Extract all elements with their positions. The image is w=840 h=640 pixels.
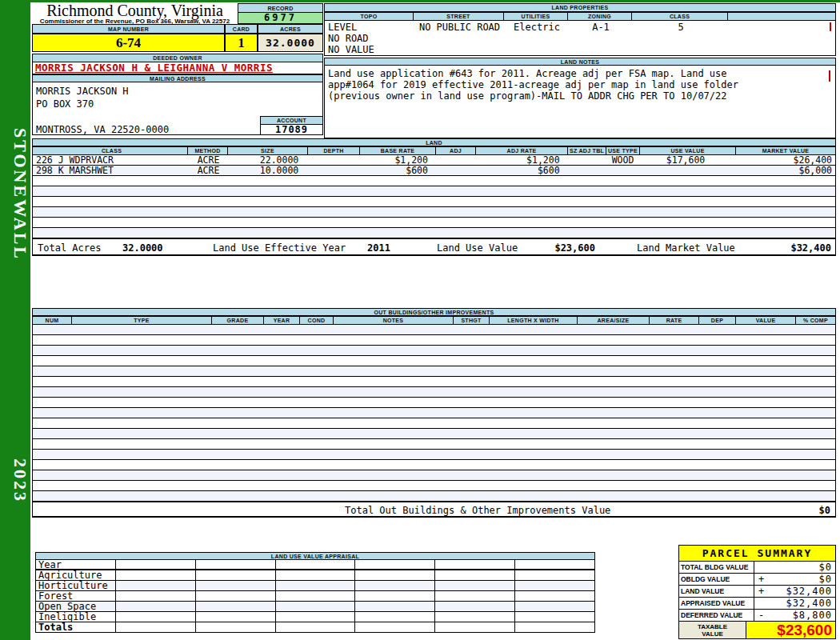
street-value: NO PUBLIC ROAD	[414, 22, 505, 33]
out-buildings-total-value: $0	[819, 505, 830, 516]
land-notes-line: Land use application #643 for 2011. Acre…	[328, 68, 832, 79]
taxable-value-label: TAXABLE VALUE	[679, 622, 746, 638]
land-notes-title: LAND NOTES	[324, 58, 836, 66]
class-value: 5	[633, 22, 729, 33]
taxable-value: $23,600	[746, 622, 835, 638]
land-section-title: LAND	[32, 138, 836, 146]
district-name: STONEWALL	[0, 128, 30, 261]
mailing-line: PO BOX 370	[36, 98, 322, 110]
account-number: 17089	[260, 125, 323, 135]
county-title: Richmond County, Virginia	[32, 2, 238, 18]
total-acres-label: Total Acres	[38, 242, 101, 254]
card-value: 1	[225, 34, 258, 52]
appraisal-row-horticulture: Horticulture	[36, 581, 595, 591]
appraisal-row-year: Year	[36, 560, 595, 570]
taxable-value-row: TAXABLE VALUE $23,600	[679, 622, 835, 638]
card-label: CARD	[225, 24, 258, 34]
appraisal-table: Year Agriculture Horticulture Forest Ope…	[35, 560, 595, 633]
out-buildings-total-label: Total Out Buildings & Other Improvements…	[345, 505, 610, 516]
summary-row-obldg: OBLDG VALUE + $0	[679, 574, 835, 586]
col-street: STREET	[414, 12, 504, 21]
land-row[interactable]: 298 K MARSHWET ACRE 10.0000 $600 $600 $6…	[33, 166, 835, 176]
scroll-tick	[829, 70, 830, 82]
total-acres-value: 32.0000	[122, 242, 163, 254]
summary-row-deferred: DEFERRED VALUE - $8,800	[679, 610, 835, 622]
out-buildings-empty-rows	[33, 325, 835, 502]
land-empty-rows	[33, 176, 835, 238]
land-properties-header-row: TOPO STREET UTILITIES ZONING CLASS	[324, 12, 836, 21]
record-number: 6977	[238, 13, 323, 24]
land-totals-row: Total Acres 32.0000 Land Use Effective Y…	[32, 238, 836, 256]
parcel-summary-title: PARCEL SUMMARY	[679, 546, 835, 562]
land-notes-line: app#1064 for 2019 effective 2011-acreage…	[328, 79, 832, 90]
land-table-body: 226 J WDPRVACR ACRE 22.0000 $1,200 $1,20…	[32, 155, 836, 238]
property-record-card: { "sidebar": { "district": "STONEWALL", …	[0, 0, 840, 640]
land-use-value: $23,600	[554, 242, 595, 254]
land-notes-box[interactable]: Land use application #643 for 2011. Acre…	[324, 66, 836, 138]
appraisal-title: LAND USE VALUE APPRAISAL	[35, 552, 595, 560]
district-sidebar	[0, 0, 30, 640]
effective-year-label: Land Use Effective Year	[213, 242, 346, 254]
topo-values: LEVEL NO ROAD NO VALUE	[328, 22, 374, 55]
appraisal-row-totals: Totals	[36, 622, 595, 633]
land-table-header: CLASS METHOD SIZE DEPTH BASE RATE ADJ AD…	[32, 146, 836, 155]
appraisal-row-ineligible: Ineligible	[36, 612, 595, 622]
parcel-summary: PARCEL SUMMARY TOTAL BLDG VALUE $0 OBLDG…	[678, 545, 836, 639]
out-buildings-title: OUT BUILDINGS/OTHER IMPROVEMENTS	[32, 308, 836, 316]
col-zoning: ZONING	[568, 12, 632, 21]
land-notes-line: (previous owner in land use program)-MAI…	[328, 90, 832, 102]
map-number-label: MAP NUMBER	[32, 24, 225, 34]
appraisal-row-open-space: Open Space	[36, 602, 595, 612]
land-properties-values: LEVEL NO ROAD NO VALUE NO PUBLIC ROAD El…	[324, 21, 836, 56]
summary-row-total-bldg: TOTAL BLDG VALUE $0	[679, 562, 835, 574]
utilities-value: Electric	[505, 22, 569, 33]
out-buildings-header: NUM TYPE GRADE YEAR COND NOTES STHGT LEN…	[32, 316, 836, 325]
out-buildings-total-row: Total Out Buildings & Other Improvements…	[32, 502, 836, 518]
effective-year-value: 2011	[367, 242, 390, 254]
mailing-address-label: MAILING ADDRESS	[32, 74, 323, 82]
land-properties-title: LAND PROPERTIES	[324, 3, 836, 12]
appraisal-row-agriculture: Agriculture	[36, 570, 595, 581]
map-number-value: 6-74	[32, 34, 225, 52]
land-use-value-label: Land Use Value	[437, 242, 518, 254]
zoning-value: A-1	[569, 22, 633, 33]
acres-label: ACRES	[258, 24, 323, 34]
col-utilities: UTILITIES	[504, 12, 568, 21]
col-class: CLASS	[632, 12, 728, 21]
land-market-value-label: Land Market Value	[637, 242, 735, 254]
col-filler	[728, 12, 836, 21]
col-topo: TOPO	[324, 12, 414, 21]
summary-row-land: LAND VALUE + $32,400	[679, 586, 835, 598]
deeded-owner-value: MORRIS JACKSON H & LEIGHANNA V MORRIS	[32, 62, 323, 74]
county-header: Richmond County, Virginia Commissioner o…	[32, 2, 238, 24]
mailing-line: MORRIS JACKSON H	[36, 85, 322, 98]
out-buildings-body	[32, 325, 836, 502]
acres-value: 32.0000	[258, 34, 323, 52]
cursor-tick	[830, 22, 831, 31]
appraisal-row-forest: Forest	[36, 591, 595, 602]
land-market-value: $32,400	[790, 242, 831, 254]
assessment-year: 2023	[0, 458, 30, 503]
land-row[interactable]: 226 J WDPRVACR ACRE 22.0000 $1,200 $1,20…	[33, 155, 835, 166]
summary-row-appraised: APPRAISED VALUE $32,400	[679, 598, 835, 610]
